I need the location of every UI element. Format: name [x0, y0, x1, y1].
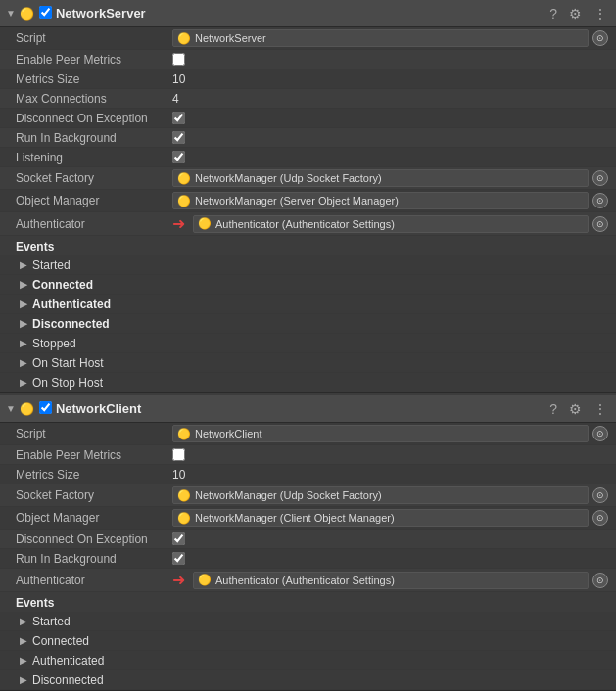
client-socket-factory-circle-btn[interactable]: ⊙ — [592, 487, 608, 503]
server-event-on-stop-host[interactable]: ▶ On Stop Host — [0, 373, 616, 392]
event-label-started: Started — [32, 258, 71, 272]
network-server-header[interactable]: ▼ 🟡 NetworkServer ? ⚙ ⋮ — [0, 0, 616, 27]
authenticator-icon: 🟡 — [198, 217, 212, 230]
field-label-script: Script — [16, 31, 172, 45]
client-object-manager-ref[interactable]: 🟡 NetworkManager (Client Object Manager) — [172, 509, 589, 527]
authenticator-circle-btn[interactable]: ⊙ — [592, 216, 608, 232]
client-event-arrow-started: ▶ — [20, 616, 27, 626]
event-label-stopped: Stopped — [32, 337, 76, 350]
peer-metrics-checkbox[interactable] — [172, 53, 185, 66]
server-events-header: Events — [0, 236, 616, 255]
script-circle-btn[interactable]: ⊙ — [592, 30, 608, 46]
client-event-connected[interactable]: ▶ Connected — [0, 631, 616, 651]
client-field-value-peer-metrics[interactable] — [172, 448, 608, 461]
client-socket-factory-text: NetworkManager (Udp Socket Factory) — [195, 489, 382, 501]
object-manager-ref[interactable]: 🟡 NetworkManager (Server Object Manager) — [172, 192, 589, 209]
disconnect-exception-checkbox[interactable] — [172, 112, 185, 124]
client-field-socket-factory: Socket Factory 🟡 NetworkManager (Udp Soc… — [0, 484, 616, 507]
script-icon: 🟡 — [177, 32, 191, 45]
client-event-authenticated[interactable]: ▶ Authenticated — [0, 651, 616, 670]
client-authenticator-ref[interactable]: 🟡 Authenticator (Authenticator Settings) — [193, 572, 589, 589]
client-checkbox[interactable] — [39, 401, 52, 417]
field-value-run-bg[interactable] — [172, 131, 608, 144]
menu-icon[interactable]: ⋮ — [591, 4, 610, 23]
field-label-run-bg: Run In Background — [16, 131, 172, 145]
client-event-label-disconnected: Disconnected — [32, 673, 104, 687]
run-bg-checkbox[interactable] — [172, 131, 185, 144]
field-value-peer-metrics[interactable] — [172, 53, 608, 66]
client-event-arrow-connected: ▶ — [20, 635, 27, 646]
server-checkbox[interactable] — [39, 6, 52, 22]
server-event-authenticated[interactable]: ▶ Authenticated — [0, 295, 616, 314]
client-icon: 🟡 — [20, 401, 35, 417]
field-value-listening[interactable] — [172, 151, 608, 163]
authenticator-ref[interactable]: 🟡 Authenticator (Authenticator Settings) — [193, 215, 589, 233]
client-events-header: Events — [0, 592, 616, 612]
client-field-value-run-bg[interactable] — [172, 552, 608, 565]
client-peer-metrics-checkbox[interactable] — [172, 448, 185, 461]
client-field-label-script: Script — [16, 427, 172, 440]
client-field-value-socket-factory: 🟡 NetworkManager (Udp Socket Factory) ⊙ — [172, 486, 608, 504]
event-arrow-disconnected: ▶ — [20, 318, 27, 329]
socket-factory-circle-btn[interactable]: ⊙ — [592, 170, 608, 186]
client-object-manager-circle-btn[interactable]: ⊙ — [592, 510, 608, 526]
client-field-label-authenticator: Authenticator — [16, 574, 172, 587]
client-script-ref[interactable]: 🟡 NetworkClient — [172, 425, 589, 442]
client-authenticator-text: Authenticator (Authenticator Settings) — [215, 575, 395, 586]
client-field-label-disconnect-exception: Disconnect On Exception — [16, 532, 172, 546]
client-event-label-authenticated: Authenticated — [32, 654, 104, 668]
field-value-disconnect-exception[interactable] — [172, 112, 608, 124]
event-arrow-started: ▶ — [20, 259, 27, 270]
client-field-value-disconnect-exception[interactable] — [172, 532, 608, 545]
field-label-listening: Listening — [16, 151, 172, 164]
server-event-stopped[interactable]: ▶ Stopped — [0, 334, 616, 353]
event-label-on-start-host: On Start Host — [32, 356, 104, 370]
client-script-text: NetworkClient — [195, 428, 261, 439]
client-script-circle-btn[interactable]: ⊙ — [592, 426, 608, 441]
socket-factory-text: NetworkManager (Udp Socket Factory) — [195, 172, 382, 184]
client-socket-factory-icon: 🟡 — [177, 489, 191, 502]
field-value-script: 🟡 NetworkServer ⊙ — [172, 29, 608, 47]
client-event-disconnected[interactable]: ▶ Disconnected — [0, 670, 616, 690]
client-socket-factory-ref[interactable]: 🟡 NetworkManager (Udp Socket Factory) — [172, 486, 589, 504]
field-label-authenticator: Authenticator — [16, 217, 172, 231]
client-event-label-started: Started — [32, 615, 71, 628]
socket-factory-icon: 🟡 — [177, 172, 191, 185]
field-value-object-manager: 🟡 NetworkManager (Server Object Manager)… — [172, 192, 608, 209]
client-object-manager-icon: 🟡 — [177, 512, 191, 525]
fold-arrow-server[interactable]: ▼ — [6, 8, 16, 19]
event-arrow-on-stop-host: ▶ — [20, 377, 27, 388]
server-event-disconnected[interactable]: ▶ Disconnected — [0, 314, 616, 334]
server-event-started[interactable]: ▶ Started — [0, 255, 616, 275]
help-icon[interactable]: ? — [546, 4, 560, 23]
event-label-disconnected: Disconnected — [32, 317, 110, 331]
field-value-max-connections: 4 — [172, 92, 608, 106]
script-ref[interactable]: 🟡 NetworkServer — [172, 29, 589, 47]
listening-checkbox[interactable] — [172, 151, 185, 163]
server-event-on-start-host[interactable]: ▶ On Start Host — [0, 353, 616, 373]
socket-factory-ref[interactable]: 🟡 NetworkManager (Udp Socket Factory) — [172, 169, 589, 187]
field-value-metrics-size: 10 — [172, 72, 608, 86]
client-field-label-object-manager: Object Manager — [16, 511, 172, 525]
client-field-value-object-manager: 🟡 NetworkManager (Client Object Manager)… — [172, 509, 608, 527]
object-manager-circle-btn[interactable]: ⊙ — [592, 193, 608, 208]
client-field-value-metrics-size: 10 — [172, 468, 608, 482]
authenticator-text: Authenticator (Authenticator Settings) — [215, 218, 395, 230]
event-arrow-stopped: ▶ — [20, 338, 27, 348]
network-client-header[interactable]: ▼ 🟡 NetworkClient ? ⚙ ⋮ — [0, 395, 616, 423]
client-menu-icon[interactable]: ⋮ — [591, 399, 610, 419]
client-disconnect-exception-checkbox[interactable] — [172, 532, 185, 545]
fold-arrow-client[interactable]: ▼ — [6, 403, 16, 414]
settings-icon[interactable]: ⚙ — [566, 4, 585, 23]
field-label-object-manager: Object Manager — [16, 194, 172, 207]
client-settings-icon[interactable]: ⚙ — [566, 399, 585, 419]
server-title: NetworkServer — [56, 6, 546, 21]
field-label-max-connections: Max Connections — [16, 92, 172, 106]
server-event-connected[interactable]: ▶ Connected — [0, 275, 616, 295]
client-authenticator-circle-btn[interactable]: ⊙ — [592, 573, 608, 588]
field-value-socket-factory: 🟡 NetworkManager (Udp Socket Factory) ⊙ — [172, 169, 608, 187]
client-event-started[interactable]: ▶ Started — [0, 612, 616, 631]
client-help-icon[interactable]: ? — [546, 399, 560, 419]
client-run-bg-checkbox[interactable] — [172, 552, 185, 565]
server-field-max-connections: Max Connections 4 — [0, 89, 616, 109]
